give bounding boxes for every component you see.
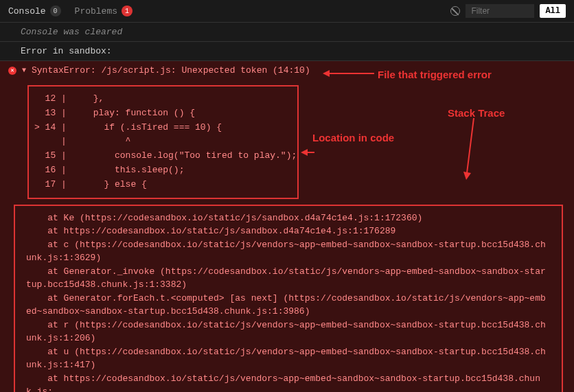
stack-line: at Generator.forEach.t.<computed> [as ne… (26, 292, 551, 319)
stack-line: at Generator._invoke (https://codesandbo… (26, 265, 551, 292)
stack-line: at https://codesandbox.io/static/js/sand… (26, 224, 551, 238)
code-line: 15 | console.log("Too tired to play."); (34, 149, 292, 163)
stack-line: at c (https://codesandbox.io/static/js/v… (26, 238, 551, 265)
code-line: 16 | this.sleep(); (34, 163, 292, 178)
error-sandbox-line: Error in sandbox: (0, 42, 574, 61)
stack-trace-block: at Ke (https://codesandbox.io/static/js/… (14, 205, 563, 392)
collapse-arrow-icon[interactable]: ▼ (22, 67, 26, 74)
stack-line: at r (https://codesandbox.io/static/js/v… (26, 319, 551, 345)
stack-line: at https://codesandbox.io/static/js/vend… (26, 372, 551, 392)
console-header: Console 0 Problems 1 All (0, 0, 574, 23)
code-line: 12 | }, (34, 92, 292, 106)
error-icon: ✕ (8, 67, 16, 75)
console-count-badge: 0 (50, 5, 61, 16)
tab-label: Console (8, 6, 46, 16)
filter-input[interactable] (466, 4, 534, 18)
clear-console-icon[interactable] (450, 6, 460, 16)
stack-line: at u (https://codesandbox.io/static/js/v… (26, 345, 551, 372)
syntax-error-message: SyntaxError: /js/script.js: Unexpected t… (32, 65, 310, 76)
tab-label: Problems (75, 6, 117, 16)
code-line: > 14 | if (.isTired === 10) { (34, 121, 292, 135)
code-line: 13 | play: function () { (34, 106, 292, 121)
code-line: 17 | } else { (34, 178, 292, 192)
tab-console[interactable]: Console 0 (8, 5, 61, 16)
all-filter-button[interactable]: All (540, 4, 566, 18)
stack-line: at Ke (https://codesandbox.io/static/js/… (26, 211, 551, 225)
code-caret-line: | ^ (34, 135, 292, 149)
code-location-block: 12 | }, 13 | play: function () { > 14 | … (27, 85, 299, 199)
tab-problems[interactable]: Problems 1 (75, 5, 133, 16)
error-section: ✕ ▼ SyntaxError: /js/script.js: Unexpect… (0, 61, 574, 392)
problems-count-badge: 1 (122, 5, 133, 16)
console-cleared-message: Console was cleared (0, 23, 574, 42)
